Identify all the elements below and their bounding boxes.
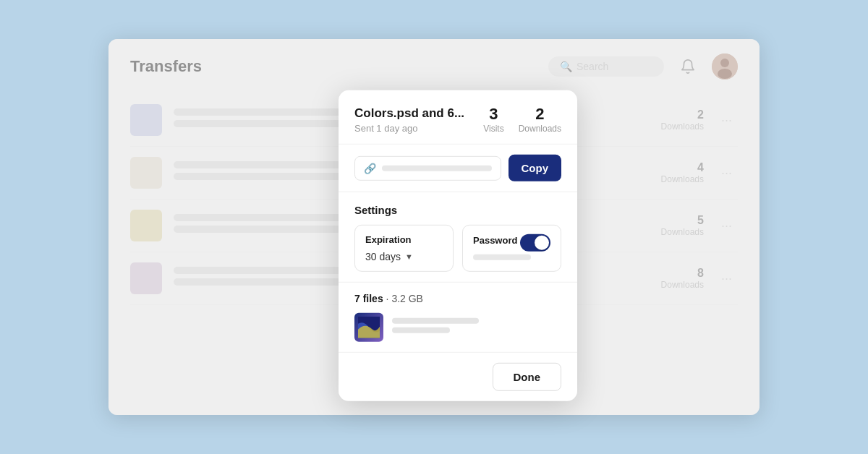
downloads-stat: 2 Downloads <box>519 106 561 134</box>
modal-subtitle: Sent 1 day ago <box>354 123 464 134</box>
password-card[interactable]: Password <box>462 225 561 272</box>
modal-stats: 3 Visits 2 Downloads <box>483 106 561 134</box>
copy-button[interactable]: Copy <box>509 155 562 181</box>
modal-footer: Done <box>339 353 577 401</box>
files-count: 7 files <box>354 293 383 304</box>
modal-title: Colors.psd and 6... <box>354 106 464 121</box>
password-toggle[interactable] <box>520 234 550 252</box>
settings-section: Settings Expiration 30 days ▼ Password <box>339 192 577 283</box>
toggle-knob <box>535 236 549 250</box>
files-size: 3.2 GB <box>391 293 423 304</box>
file-preview-icon <box>358 317 380 338</box>
chevron-down-icon: ▼ <box>405 252 413 261</box>
done-button[interactable]: Done <box>493 363 562 391</box>
file-thumbnail <box>354 313 383 342</box>
file-size-line <box>392 327 450 333</box>
link-text-placeholder <box>382 165 492 171</box>
password-label: Password <box>473 234 517 245</box>
visits-label: Visits <box>483 124 503 134</box>
expiration-card[interactable]: Expiration 30 days ▼ <box>354 225 454 272</box>
downloads-count: 2 <box>519 106 561 122</box>
modal-header: Colors.psd and 6... Sent 1 day ago 3 Vis… <box>339 90 577 145</box>
modal-overlay: Colors.psd and 6... Sent 1 day ago 3 Vis… <box>109 39 760 415</box>
settings-row: Expiration 30 days ▼ Password <box>354 225 561 272</box>
link-copy-row: 🔗 Copy <box>339 145 577 192</box>
link-input-field[interactable]: 🔗 <box>354 155 501 180</box>
file-item <box>354 313 561 342</box>
files-heading: 7 files · 3.2 GB <box>354 293 561 304</box>
downloads-label: Downloads <box>519 124 561 134</box>
settings-heading: Settings <box>354 204 561 216</box>
expiration-select[interactable]: 30 days ▼ <box>365 251 443 262</box>
app-window: Transfers 🔍 Search <box>109 39 760 415</box>
expiration-value: 30 days <box>365 251 401 262</box>
file-text-info <box>392 318 561 337</box>
visits-stat: 3 Visits <box>483 106 503 134</box>
modal-title-area: Colors.psd and 6... Sent 1 day ago <box>354 106 464 134</box>
files-section: 7 files · 3.2 GB <box>339 283 577 353</box>
visits-count: 3 <box>483 106 503 122</box>
link-icon: 🔗 <box>364 162 376 174</box>
share-modal: Colors.psd and 6... Sent 1 day ago 3 Vis… <box>339 90 577 401</box>
password-row: Password <box>473 234 550 252</box>
expiration-label: Expiration <box>365 234 443 245</box>
password-value-placeholder <box>473 254 531 260</box>
file-name-line <box>392 318 479 324</box>
